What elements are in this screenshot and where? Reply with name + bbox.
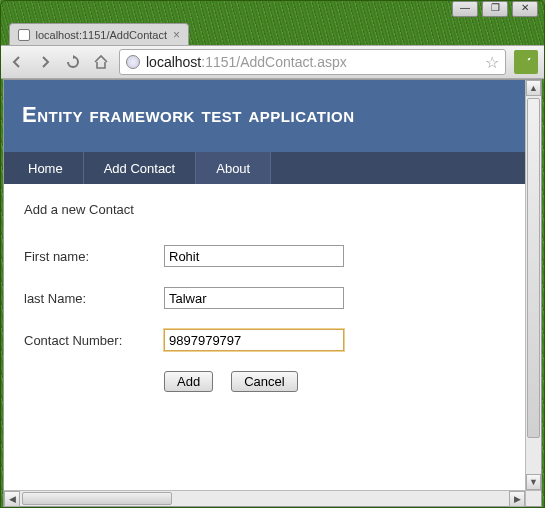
main-nav: Home Add Contact About xyxy=(4,152,525,184)
minimize-button[interactable]: — xyxy=(452,1,478,17)
vscroll-thumb[interactable] xyxy=(527,98,540,438)
label-first-name: First name: xyxy=(24,249,164,264)
browser-toolbar: localhost:1151/AddContact.aspx ☆ xyxy=(1,45,544,79)
maximize-button[interactable]: ❐ xyxy=(482,1,508,17)
window-titlebar: — ❐ ✕ xyxy=(1,1,544,19)
add-button[interactable]: Add xyxy=(164,371,213,392)
page-content: Entity framework test application Home A… xyxy=(4,80,525,490)
back-button[interactable] xyxy=(7,52,27,72)
hscroll-thumb[interactable] xyxy=(22,492,172,505)
row-last-name: last Name: xyxy=(24,287,505,309)
tab-close-icon[interactable]: × xyxy=(173,28,180,42)
vertical-scrollbar[interactable]: ▲ ▼ xyxy=(525,80,541,490)
row-first-name: First name: xyxy=(24,245,505,267)
label-last-name: last Name: xyxy=(24,291,164,306)
globe-icon xyxy=(126,55,140,69)
url-host: localhost xyxy=(146,54,201,70)
page-title: Entity framework test application xyxy=(22,102,507,128)
nav-add-contact[interactable]: Add Contact xyxy=(84,152,197,184)
cancel-button[interactable]: Cancel xyxy=(231,371,297,392)
scroll-corner xyxy=(525,490,541,506)
tab-title: localhost:1151/AddContact xyxy=(36,29,167,41)
tab-strip: localhost:1151/AddContact × xyxy=(1,19,544,45)
form-buttons: Add Cancel xyxy=(164,371,505,392)
scroll-up-icon[interactable]: ▲ xyxy=(526,80,541,96)
label-contact-number: Contact Number: xyxy=(24,333,164,348)
row-contact-number: Contact Number: xyxy=(24,329,505,351)
form-section: Add a new Contact First name: last Name:… xyxy=(4,184,525,410)
favicon-icon xyxy=(18,29,30,41)
bookmark-star-icon[interactable]: ☆ xyxy=(485,53,499,72)
reload-button[interactable] xyxy=(63,52,83,72)
horizontal-scrollbar[interactable]: ◀ ▶ xyxy=(4,490,525,506)
scroll-down-icon[interactable]: ▼ xyxy=(526,474,541,490)
scroll-left-icon[interactable]: ◀ xyxy=(4,491,20,507)
scroll-right-icon[interactable]: ▶ xyxy=(509,491,525,507)
address-bar[interactable]: localhost:1151/AddContact.aspx ☆ xyxy=(119,49,506,75)
browser-window: — ❐ ✕ localhost:1151/AddContact × localh… xyxy=(0,0,545,508)
page-viewport: Entity framework test application Home A… xyxy=(3,79,542,507)
url-path: :1151/AddContact.aspx xyxy=(201,54,347,70)
settings-wrench-icon[interactable] xyxy=(514,50,538,74)
form-subtitle: Add a new Contact xyxy=(24,202,505,217)
input-first-name[interactable] xyxy=(164,245,344,267)
forward-button[interactable] xyxy=(35,52,55,72)
page-header: Entity framework test application xyxy=(4,80,525,152)
input-last-name[interactable] xyxy=(164,287,344,309)
browser-tab[interactable]: localhost:1151/AddContact × xyxy=(9,23,189,45)
window-close-button[interactable]: ✕ xyxy=(512,1,538,17)
nav-about[interactable]: About xyxy=(196,152,271,184)
home-button[interactable] xyxy=(91,52,111,72)
nav-home[interactable]: Home xyxy=(8,152,84,184)
input-contact-number[interactable] xyxy=(164,329,344,351)
